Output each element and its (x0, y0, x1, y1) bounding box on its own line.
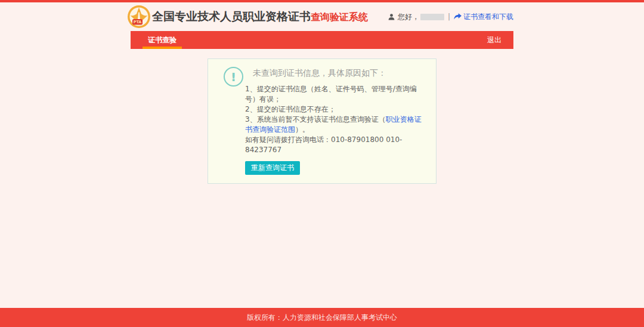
footer: 版权所有：人力资源和社会保障部人事考试中心 (0, 308, 644, 327)
page-title-main: 全国专业技术人员职业资格证书 (152, 9, 311, 24)
user-area: 您好， | 证书查看和下载 (388, 12, 513, 22)
logout-button[interactable]: 退出 (475, 31, 513, 49)
main-content: ! 未查询到证书信息，具体原因如下： 1、提交的证书信息（姓名、证件号码、管理号… (0, 49, 644, 308)
page-title-accent: 查询验证系统 (311, 11, 368, 24)
cert-download-link[interactable]: 证书查看和下载 (454, 12, 513, 22)
tab-cert-check-label: 证书查验 (148, 35, 177, 45)
username-redacted (420, 14, 444, 20)
alert-reason-3-prefix: 3、系统当前暂不支持该证书信息查询验证（ (245, 115, 386, 124)
tab-cert-check[interactable]: 证书查验 (143, 31, 182, 49)
header: PTA 全国专业技术人员职业资格证书 查询验证系统 您好， | 证书查看和下载 (131, 2, 513, 31)
logout-label: 退出 (487, 35, 501, 45)
user-icon (388, 13, 395, 21)
separator: | (448, 13, 450, 21)
phone-help-line: 如有疑问请拨打咨询电话：010-87901800 010-84237767 (245, 135, 425, 155)
cert-download-link-label: 证书查看和下载 (463, 12, 513, 22)
page-title: 全国专业技术人员职业资格证书 查询验证系统 (152, 9, 368, 24)
greeting-label: 您好， (398, 12, 419, 22)
pta-logo-icon: PTA (127, 5, 151, 29)
exclamation-circle-icon: ! (224, 67, 243, 87)
alert-title: 未查询到证书信息，具体原因如下： (253, 68, 425, 79)
no-result-alert-panel: ! 未查询到证书信息，具体原因如下： 1、提交的证书信息（姓名、证件号码、管理号… (208, 58, 436, 184)
alert-reason-3: 3、系统当前暂不支持该证书信息查询验证（职业资格证书查询验证范围）。 (245, 115, 425, 135)
nav-bar: 证书查验 退出 (131, 31, 513, 49)
copyright-label: 版权所有：人力资源和社会保障部人事考试中心 (247, 313, 397, 323)
requery-certificate-button[interactable]: 重新查询证书 (245, 161, 300, 175)
exclamation-glyph: ! (231, 71, 236, 83)
svg-text:PTA: PTA (134, 20, 142, 24)
share-arrow-icon (454, 13, 462, 20)
alert-reason-2: 2、提交的证书信息不存在； (245, 104, 425, 115)
active-tab-underline (143, 47, 182, 49)
alert-reason-3-suffix: ）。 (295, 125, 309, 134)
alert-reason-1: 1、提交的证书信息（姓名、证件号码、管理号/查询编号）有误； (245, 84, 425, 104)
